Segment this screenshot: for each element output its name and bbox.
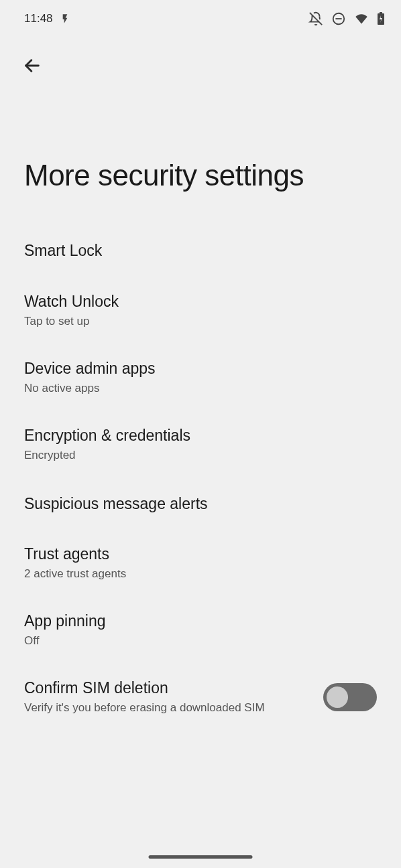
battery-charging-icon xyxy=(377,12,385,25)
setting-text: Device admin apps No active apps xyxy=(24,359,377,396)
setting-sublabel: 2 active trust agents xyxy=(24,566,377,582)
setting-sublabel: Verify it's you before erasing a downloa… xyxy=(24,700,323,716)
setting-trust-agents[interactable]: Trust agents 2 active trust agents xyxy=(0,530,401,597)
setting-label: Smart Lock xyxy=(24,241,377,261)
page-title: More security settings xyxy=(0,86,401,225)
app-bar xyxy=(0,32,401,86)
setting-confirm-sim-deletion[interactable]: Confirm SIM deletion Verify it's you bef… xyxy=(0,664,401,731)
bell-off-icon xyxy=(308,11,323,26)
setting-text: Watch Unlock Tap to set up xyxy=(24,292,377,330)
setting-suspicious-message-alerts[interactable]: Suspicious message alerts xyxy=(0,478,401,530)
setting-encryption-credentials[interactable]: Encryption & credentials Encrypted xyxy=(0,411,401,478)
do-not-disturb-icon xyxy=(331,11,346,26)
bolt-icon xyxy=(60,13,70,25)
setting-sublabel: No active apps xyxy=(24,380,377,396)
status-time: 11:48 xyxy=(24,12,53,25)
back-button[interactable] xyxy=(19,52,46,79)
setting-text: Confirm SIM deletion Verify it's you bef… xyxy=(24,678,323,716)
settings-list: Smart Lock Watch Unlock Tap to set up De… xyxy=(0,225,401,730)
setting-text: App pinning Off xyxy=(24,611,377,649)
setting-text: Trust agents 2 active trust agents xyxy=(24,545,377,582)
setting-smart-lock[interactable]: Smart Lock xyxy=(0,225,401,277)
navigation-handle[interactable] xyxy=(149,855,253,859)
setting-sublabel: Encrypted xyxy=(24,447,377,463)
setting-text: Suspicious message alerts xyxy=(24,494,377,514)
setting-label: Device admin apps xyxy=(24,359,377,379)
setting-label: Trust agents xyxy=(24,545,377,565)
setting-watch-unlock[interactable]: Watch Unlock Tap to set up xyxy=(0,277,401,344)
setting-label: App pinning xyxy=(24,611,377,632)
setting-text: Encryption & credentials Encrypted xyxy=(24,426,377,463)
wifi-icon xyxy=(354,13,369,25)
status-bar: 11:48 xyxy=(0,0,401,32)
setting-sublabel: Tap to set up xyxy=(24,313,377,330)
status-left: 11:48 xyxy=(24,12,70,25)
toggle-knob xyxy=(327,686,348,708)
setting-label: Encryption & credentials xyxy=(24,426,377,446)
status-right xyxy=(308,11,385,26)
svg-rect-4 xyxy=(380,12,382,13)
setting-text: Smart Lock xyxy=(24,241,377,261)
setting-device-admin-apps[interactable]: Device admin apps No active apps xyxy=(0,344,401,411)
toggle-confirm-sim-deletion[interactable] xyxy=(323,683,377,711)
setting-label: Suspicious message alerts xyxy=(24,494,377,514)
setting-app-pinning[interactable]: App pinning Off xyxy=(0,597,401,664)
setting-label: Watch Unlock xyxy=(24,292,377,312)
setting-sublabel: Off xyxy=(24,633,377,649)
setting-label: Confirm SIM deletion xyxy=(24,678,323,699)
